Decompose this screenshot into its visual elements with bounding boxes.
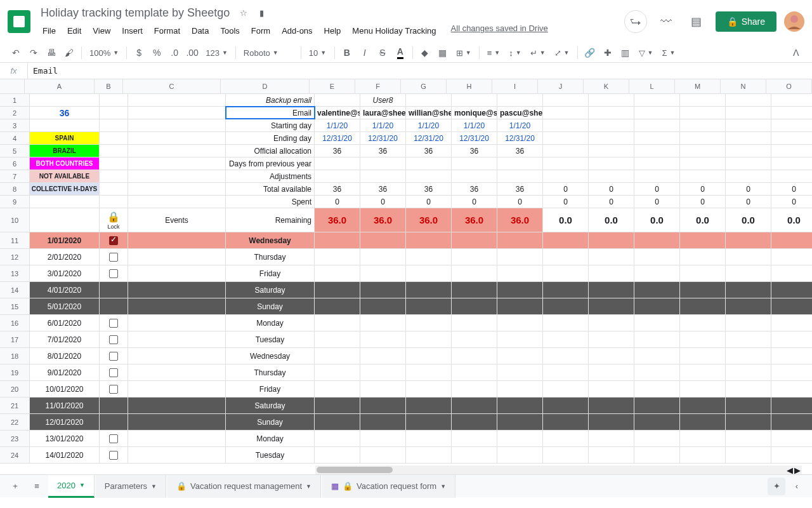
cell[interactable]: Monday (226, 431, 315, 446)
cell-checkbox[interactable] (100, 348, 128, 364)
cell[interactable] (315, 447, 360, 463)
row-header[interactable]: 20 (0, 381, 30, 397)
print-icon[interactable]: 🖶 (43, 44, 60, 61)
cell[interactable]: 0 (452, 196, 497, 208)
cell[interactable] (726, 132, 771, 144)
cell[interactable] (543, 157, 589, 170)
cell[interactable] (128, 447, 226, 463)
cell[interactable]: 8/01/2020 (30, 348, 100, 364)
cell[interactable] (497, 331, 543, 347)
cell-checkbox[interactable] (100, 298, 128, 314)
functions-dropdown[interactable]: Σ▼ (658, 44, 679, 61)
cell-checkbox[interactable] (100, 431, 128, 446)
cell[interactable] (315, 414, 360, 430)
cell[interactable]: 12/31/20 (497, 132, 543, 144)
cell[interactable]: 0 (634, 196, 680, 208)
cell[interactable]: 9/01/2020 (30, 364, 100, 380)
cell[interactable] (406, 249, 452, 265)
cell[interactable] (128, 145, 226, 157)
cell[interactable] (589, 431, 634, 446)
cell[interactable] (406, 170, 452, 182)
borders-icon[interactable]: ▦ (435, 44, 451, 61)
format-123-dropdown[interactable]: 123▼ (202, 44, 232, 61)
cell[interactable]: 36 (452, 183, 497, 195)
cell[interactable]: 12/31/20 (360, 132, 406, 144)
cell[interactable] (360, 414, 406, 430)
row-header[interactable]: 8 (0, 183, 30, 195)
cell[interactable] (634, 414, 680, 430)
cell[interactable] (771, 107, 812, 119)
cell[interactable] (497, 265, 543, 281)
cell[interactable] (589, 348, 634, 364)
cell[interactable]: Wednesday (226, 348, 315, 364)
filter-dropdown[interactable]: ▽▼ (635, 44, 657, 61)
cell[interactable] (680, 107, 726, 119)
cell[interactable] (497, 232, 543, 248)
cell[interactable] (100, 132, 128, 144)
cell-selected[interactable]: Email (226, 107, 315, 119)
cell[interactable] (315, 331, 360, 347)
cell[interactable] (680, 94, 726, 106)
cell[interactable] (100, 183, 128, 195)
cell[interactable]: 1/1/20 (360, 119, 406, 131)
scrollbar-thumb[interactable] (317, 467, 393, 473)
cell[interactable] (634, 232, 680, 248)
cell[interactable] (406, 331, 452, 347)
checkbox-icon[interactable] (109, 451, 118, 460)
cell-checkbox[interactable] (100, 232, 128, 248)
cell[interactable] (680, 265, 726, 281)
checkbox-icon[interactable] (109, 352, 118, 361)
cell[interactable]: 12/31/20 (315, 132, 360, 144)
col-I[interactable]: I (492, 79, 538, 93)
fill-color-icon[interactable]: ◆ (417, 44, 433, 61)
cell[interactable] (589, 398, 634, 413)
cell[interactable] (771, 381, 812, 397)
cell[interactable] (406, 364, 452, 380)
menu-addons[interactable]: Add-ons (277, 23, 317, 38)
cell[interactable] (315, 232, 360, 248)
cell[interactable] (360, 398, 406, 413)
checkbox-icon[interactable] (109, 368, 118, 377)
cell[interactable]: 7/01/2020 (30, 331, 100, 347)
checkbox-icon[interactable] (109, 236, 118, 245)
cell[interactable]: User8 (360, 94, 406, 106)
cell[interactable] (589, 265, 634, 281)
cell[interactable] (589, 132, 634, 144)
cell[interactable] (589, 331, 634, 347)
cell[interactable] (726, 447, 771, 463)
cell[interactable] (634, 398, 680, 413)
cell-checkbox[interactable] (100, 315, 128, 331)
cell[interactable] (128, 170, 226, 182)
row-header[interactable]: 19 (0, 364, 30, 380)
cell[interactable] (589, 282, 634, 298)
row-header[interactable]: 1 (0, 94, 30, 106)
wrap-dropdown[interactable]: ↵▼ (527, 44, 549, 61)
star-icon[interactable]: ☆ (237, 7, 250, 20)
cell[interactable] (726, 107, 771, 119)
cell[interactable]: 36 (30, 107, 100, 119)
col-J[interactable]: J (538, 79, 584, 93)
cell[interactable] (30, 208, 100, 232)
cell[interactable]: 6/01/2020 (30, 315, 100, 331)
cell[interactable] (128, 364, 226, 380)
cell[interactable] (771, 414, 812, 430)
cell[interactable] (406, 298, 452, 314)
cell[interactable] (726, 381, 771, 397)
cell[interactable] (406, 282, 452, 298)
cell[interactable] (726, 94, 771, 106)
row-header[interactable]: 23 (0, 431, 30, 446)
col-O[interactable]: O (766, 79, 812, 93)
cell[interactable]: SPAIN (30, 132, 100, 144)
cell[interactable] (771, 232, 812, 248)
cell[interactable]: Events (128, 208, 226, 232)
cell[interactable] (680, 282, 726, 298)
cell[interactable] (452, 249, 497, 265)
cell[interactable] (543, 364, 589, 380)
cell[interactable] (543, 298, 589, 314)
merge-dropdown[interactable]: ⊞▼ (452, 44, 475, 61)
text-color-icon[interactable]: A (392, 44, 409, 61)
cell[interactable] (497, 157, 543, 170)
cell[interactable] (543, 414, 589, 430)
checkbox-icon[interactable] (109, 319, 118, 328)
cell[interactable]: 36 (315, 183, 360, 195)
